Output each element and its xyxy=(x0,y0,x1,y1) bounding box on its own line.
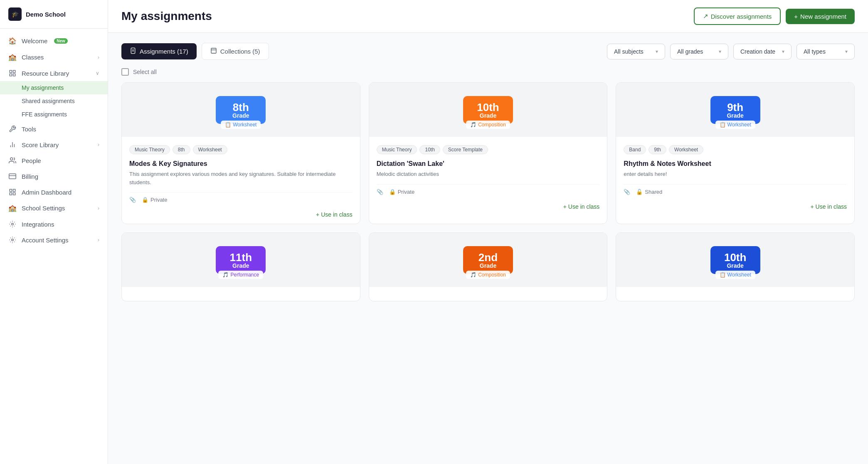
attachment-meta: 📎 xyxy=(377,189,383,195)
sidebar-item-label: Classes xyxy=(22,54,44,61)
select-all-checkbox[interactable] xyxy=(121,68,129,76)
grade-badge: 9th Grade 📋 Worksheet xyxy=(710,96,760,124)
svg-rect-19 xyxy=(211,48,216,53)
chevron-down-icon: ▾ xyxy=(782,49,784,54)
card-thumbnail: 11th Grade 🎵 Performance xyxy=(122,233,360,287)
tag: Music Theory xyxy=(377,145,417,154)
use-in-class-label: + Use in class xyxy=(810,203,847,210)
privacy-meta: 🔒 Private xyxy=(389,189,414,195)
sidebar-item-tools[interactable]: Tools xyxy=(0,121,108,137)
composition-icon: 🎵 xyxy=(470,122,476,128)
chevron-down-icon: ∨ xyxy=(96,70,99,76)
chevron-down-icon: ▾ xyxy=(845,49,848,54)
type-chip: 📋 Worksheet xyxy=(221,121,261,129)
type-chip: 🎵 Performance xyxy=(218,271,263,279)
type-label: Worksheet xyxy=(233,122,256,128)
tab-collections[interactable]: Collections (5) xyxy=(202,43,269,60)
svg-rect-10 xyxy=(10,189,12,191)
use-in-class-label: + Use in class xyxy=(316,211,353,218)
select-all-label[interactable]: Select all xyxy=(133,69,157,75)
sidebar-navigation: 🏠 Welcome New 🏫 Classes › Resource Libra… xyxy=(0,29,108,464)
sidebar-sub-item-label: Shared assignments xyxy=(22,98,75,104)
card-body: Band 9th Worksheet Rhythm & Notes Worksh… xyxy=(616,137,854,199)
sidebar-item-score-library[interactable]: Score Library › xyxy=(0,137,108,153)
plus-icon: + xyxy=(794,13,798,20)
sidebar-item-integrations[interactable]: Integrations xyxy=(0,216,108,232)
sidebar-item-label: School Settings xyxy=(22,205,65,212)
sidebar-item-billing[interactable]: Billing xyxy=(0,168,108,184)
resource-library-icon xyxy=(8,69,17,77)
filter-subjects-label: All subjects xyxy=(614,48,644,55)
type-chip: 🎵 Composition xyxy=(466,121,510,129)
page-content: Assignments (17) Collections (5) All sub… xyxy=(108,33,868,464)
sidebar-item-welcome[interactable]: 🏠 Welcome New xyxy=(0,33,108,49)
svg-rect-8 xyxy=(9,174,16,179)
discover-assignments-button[interactable]: ↗ Discover assignments xyxy=(694,7,781,25)
use-in-class-button[interactable]: + Use in class xyxy=(316,211,353,218)
worksheet-icon: 📋 xyxy=(720,272,726,278)
use-in-class-button[interactable]: + Use in class xyxy=(563,203,600,210)
card-title: Rhythm & Notes Worksheet xyxy=(624,160,847,168)
grade-word: Grade xyxy=(727,262,743,269)
sidebar-item-label: People xyxy=(22,157,41,164)
tools-icon xyxy=(8,125,17,133)
privacy-meta: 🔓 Shared xyxy=(636,189,662,195)
grade-word: Grade xyxy=(480,112,496,119)
chevron-down-icon: ▾ xyxy=(656,49,658,54)
chevron-right-icon: › xyxy=(98,205,99,211)
performance-icon: 🎵 xyxy=(222,272,229,278)
tag: 9th xyxy=(649,145,666,154)
type-label: Worksheet xyxy=(727,272,751,278)
card-description: This assignment explores various modes a… xyxy=(129,170,353,186)
svg-rect-2 xyxy=(13,74,15,76)
admin-dashboard-icon xyxy=(8,188,17,196)
main-content: My assignments ↗ Discover assignments + … xyxy=(108,0,868,464)
card-footer: + Use in class xyxy=(616,199,854,216)
assignment-card: 8th Grade 📋 Worksheet Music Theory 8th W… xyxy=(121,82,360,224)
attachment-icon: 📎 xyxy=(377,189,383,195)
sidebar-item-school-settings[interactable]: 🏫 School Settings › xyxy=(0,200,108,216)
new-assignment-button[interactable]: + New assignment xyxy=(786,9,855,24)
privacy-label: Shared xyxy=(645,189,662,195)
sidebar-item-shared-assignments[interactable]: Shared assignments xyxy=(0,94,108,108)
sidebar-item-ffe-assignments[interactable]: FFE assignments xyxy=(0,108,108,121)
sidebar-item-resource-library[interactable]: Resource Library ∨ xyxy=(0,65,108,81)
sidebar-item-people[interactable]: People xyxy=(0,153,108,168)
share-icon: 🔓 xyxy=(636,189,643,195)
privacy-label: Private xyxy=(150,197,167,203)
account-settings-icon xyxy=(8,236,17,244)
tag: Band xyxy=(624,145,646,154)
sidebar: 🎓 Demo School 🏠 Welcome New 🏫 Classes › … xyxy=(0,0,108,464)
assignment-card: 9th Grade 📋 Worksheet Band 9th Worksheet xyxy=(616,82,855,224)
sidebar-item-admin-dashboard[interactable]: Admin Dashboard xyxy=(0,184,108,200)
filter-types[interactable]: All types ▾ xyxy=(796,44,855,59)
worksheet-icon: 📋 xyxy=(720,122,726,128)
attachment-icon: 📎 xyxy=(129,197,136,203)
type-label: Composition xyxy=(478,272,506,278)
grade-word: Grade xyxy=(232,112,249,119)
use-in-class-button[interactable]: + Use in class xyxy=(810,203,847,210)
sidebar-item-my-assignments[interactable]: My assignments xyxy=(0,81,108,94)
new-badge: New xyxy=(54,38,68,44)
select-all-row: Select all xyxy=(121,68,855,76)
type-label: Performance xyxy=(230,272,259,278)
card-body xyxy=(616,287,854,295)
sidebar-sub-item-label: My assignments xyxy=(22,84,64,91)
sidebar-item-classes[interactable]: 🏫 Classes › xyxy=(0,49,108,65)
discover-btn-label: Discover assignments xyxy=(711,13,772,20)
grade-badge: 10th Grade 🎵 Composition xyxy=(463,96,513,124)
svg-rect-13 xyxy=(10,193,12,195)
filter-subjects[interactable]: All subjects ▾ xyxy=(607,44,665,59)
grade-badge: 11th Grade 🎵 Performance xyxy=(216,246,266,274)
sidebar-item-account-settings[interactable]: Account Settings › xyxy=(0,232,108,248)
svg-rect-11 xyxy=(13,189,15,191)
card-footer: + Use in class xyxy=(122,207,360,224)
assignment-card: 10th Grade 🎵 Composition Music Theory 10… xyxy=(369,82,608,224)
sidebar-item-label: Tools xyxy=(22,126,36,133)
type-chip: 📋 Worksheet xyxy=(715,271,755,279)
tab-assignments[interactable]: Assignments (17) xyxy=(121,43,197,59)
filter-grades[interactable]: All grades ▾ xyxy=(670,44,728,59)
svg-rect-0 xyxy=(10,70,12,72)
score-library-icon xyxy=(8,141,17,148)
filter-creation-date[interactable]: Creation date ▾ xyxy=(733,44,792,59)
